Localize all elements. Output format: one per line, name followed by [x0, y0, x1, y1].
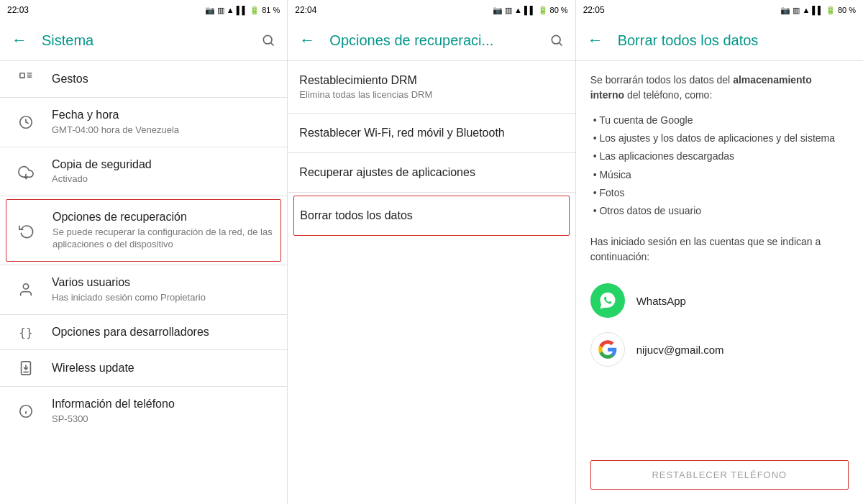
svg-point-4 [23, 284, 28, 289]
svg-rect-2 [20, 73, 24, 78]
info-text: Información del teléfono SP-5300 [52, 397, 275, 426]
gestos-text: Gestos [52, 72, 275, 87]
fecha-subtitle: GMT-04:00 hora de Venezuela [52, 124, 275, 137]
code-icon: {} [12, 326, 40, 339]
panel-sistema: ← Sistema Gestos [0, 20, 288, 504]
panel-borrar: ← Borrar todos los datos Se borrarán tod… [576, 20, 863, 504]
recovery-ajustes[interactable]: Recuperar ajustes de aplicaciones [288, 153, 575, 192]
opciones-subtitle: Se puede recuperar la configuración de l… [52, 226, 275, 251]
info-subtitle: SP-5300 [52, 413, 275, 426]
battery-text-3: 80 % [838, 6, 856, 14]
panel2-title: Opciones de recuperaci... [329, 32, 549, 49]
setting-opciones[interactable]: Opciones de recuperación Se puede recupe… [6, 199, 281, 262]
setting-usuarios[interactable]: Varios usuarios Has iniciado sesión como… [0, 265, 287, 314]
vibrate-icon-2: ▥ [505, 6, 512, 15]
cloud-icon [12, 164, 40, 180]
list-item-apps: • Las aplicaciones descargadas [593, 147, 849, 165]
setting-dev[interactable]: {} Opciones para desarrolladores [0, 315, 287, 350]
opciones-text: Opciones de recuperación Se puede recupe… [52, 210, 275, 251]
account-google: nijucv@gmail.com [590, 325, 849, 374]
divider-ajustes [288, 192, 575, 193]
list-item-ajustes: • Los ajustes y los datos de aplicacione… [593, 129, 849, 147]
battery-icon-1: 🔋 [250, 6, 260, 15]
session-text: Has iniciado sesión en las cuentas que s… [590, 234, 849, 265]
status-bar-panel1: 22:03 📷 ▥ ▲ ▌▌ 🔋 81 % [0, 0, 288, 20]
setting-info[interactable]: Información del teléfono SP-5300 [0, 387, 287, 436]
battery-icon-2: 🔋 [538, 6, 548, 15]
camera-icon-2: 📷 [493, 6, 503, 15]
borrar-list: • Tu cuenta de Google • Los ajustes y lo… [590, 111, 849, 220]
status-bar-panel2: 22:04 📷 ▥ ▲ ▌▌ 🔋 80 % [288, 0, 575, 20]
usuarios-subtitle: Has iniciado sesión como Propietario [52, 292, 275, 304]
borrar-description: Se borrarán todos los datos del almacena… [590, 73, 849, 103]
setting-wireless[interactable]: Wireless update [0, 350, 287, 386]
vibrate-icon-3: ▥ [793, 6, 800, 15]
status-time-1: 22:03 [7, 5, 29, 15]
account-whatsapp: WhatsApp [590, 276, 849, 325]
reset-button[interactable]: RESTABLECER TELÉFONO [590, 460, 849, 490]
person-icon [12, 282, 40, 298]
copia-title: Copia de seguridad [52, 157, 275, 173]
status-time-2: 22:04 [295, 5, 316, 15]
divider-copia [0, 196, 287, 196]
download-icon [12, 360, 40, 376]
fecha-title: Fecha y hora [52, 108, 275, 123]
usuarios-text: Varios usuarios Has iniciado sesión como… [52, 275, 275, 304]
drm-subtitle: Elimina todas las licencias DRM [299, 89, 563, 100]
battery-icon-3: 🔋 [826, 6, 836, 15]
panel3-title: Borrar todos los datos [618, 32, 851, 49]
search-button-1[interactable] [261, 33, 275, 47]
whatsapp-name: WhatsApp [636, 295, 686, 307]
panel3-body: Se borrarán todos los datos del almacena… [576, 61, 863, 449]
signal-icon-3: ▌▌ [812, 6, 823, 14]
battery-text-1: 81 % [262, 6, 280, 14]
svg-point-11 [552, 35, 560, 44]
setting-copia[interactable]: Copia de seguridad Activado [0, 147, 287, 196]
list-item-fotos: • Fotos [593, 184, 849, 202]
signal-icon-1: ▌▌ [237, 6, 248, 14]
camera-icon-3: 📷 [780, 6, 790, 15]
wifi-icon-2: ▲ [514, 6, 522, 14]
wireless-text: Wireless update [52, 361, 275, 376]
panel2-header: ← Opciones de recuperaci... [288, 20, 575, 60]
recovery-borrar[interactable]: Borrar todos los datos [293, 196, 569, 236]
google-account-name: nijucv@gmail.com [636, 344, 724, 356]
status-bar-panel3: 22:05 📷 ▥ ▲ ▌▌ 🔋 80 % [576, 0, 863, 20]
svg-point-0 [264, 35, 273, 44]
dev-title: Opciones para desarrolladores [52, 325, 275, 340]
setting-gestos[interactable]: Gestos [0, 61, 287, 97]
recovery-drm[interactable]: Restablecimiento DRM Elimina todas las l… [288, 61, 575, 113]
vibrate-icon-1: ▥ [217, 6, 224, 15]
back-button-3[interactable]: ← [588, 31, 603, 50]
setting-fecha[interactable]: Fecha y hora GMT-04:00 hora de Venezuela [0, 98, 287, 147]
back-button-2[interactable]: ← [299, 31, 315, 50]
search-button-2[interactable] [549, 33, 564, 47]
google-icon [590, 332, 625, 367]
list-item-musica: • Música [593, 166, 849, 184]
camera-icon-1: 📷 [205, 6, 215, 15]
back-button-1[interactable]: ← [12, 31, 27, 50]
svg-line-12 [560, 43, 562, 46]
clock-icon [12, 114, 40, 130]
panel1-title: Sistema [42, 32, 261, 49]
ajustes-title: Recuperar ajustes de aplicaciones [299, 166, 563, 179]
panel3-header: ← Borrar todos los datos [576, 20, 863, 60]
usuarios-title: Varios usuarios [52, 275, 275, 290]
copia-text: Copia de seguridad Activado [52, 157, 275, 186]
gestos-icon [12, 71, 40, 87]
list-item-google: • Tu cuenta de Google [593, 111, 849, 129]
wireless-title: Wireless update [52, 361, 275, 376]
list-item-otros: • Otros datos de usuario [593, 202, 849, 220]
wifi-title: Restablecer Wi-Fi, red móvil y Bluetooth [299, 127, 563, 139]
drm-title: Restablecimiento DRM [299, 74, 563, 87]
opciones-title: Opciones de recuperación [52, 210, 275, 225]
borrar-title: Borrar todos los datos [300, 209, 562, 222]
dev-text: Opciones para desarrolladores [52, 325, 275, 340]
fecha-text: Fecha y hora GMT-04:00 hora de Venezuela [52, 108, 275, 137]
gestos-title: Gestos [52, 72, 275, 87]
wifi-icon-1: ▲ [227, 6, 234, 14]
info-title: Información del teléfono [52, 397, 275, 412]
info-icon [12, 403, 40, 419]
panel1-header: ← Sistema [0, 20, 287, 60]
recovery-wifi[interactable]: Restablecer Wi-Fi, red móvil y Bluetooth [288, 114, 575, 152]
